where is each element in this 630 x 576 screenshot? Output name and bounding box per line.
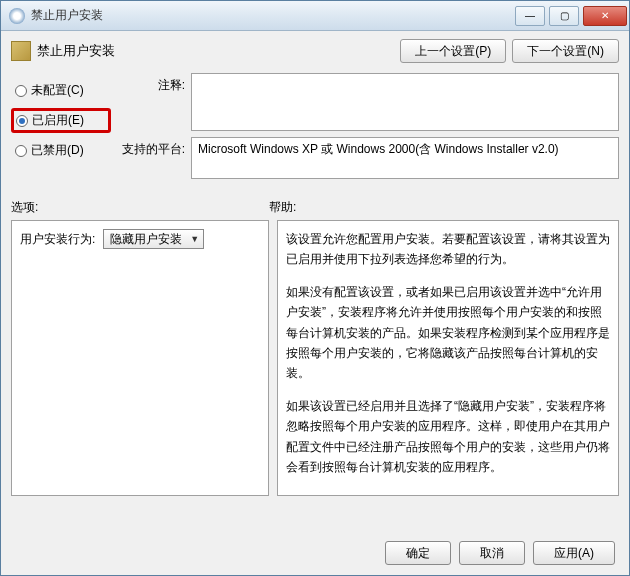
platform-textbox: Microsoft Windows XP 或 Windows 2000(含 Wi… (191, 137, 619, 179)
radio-label: 已启用(E) (32, 112, 84, 129)
options-label: 选项: (11, 199, 269, 216)
options-panel: 用户安装行为: 隐藏用户安装 ▼ (11, 220, 269, 496)
policy-icon (11, 41, 31, 61)
maximize-button[interactable]: ▢ (549, 6, 579, 26)
platform-label: 支持的平台: (121, 137, 191, 179)
platform-row: 支持的平台: Microsoft Windows XP 或 Windows 20… (121, 137, 619, 179)
help-paragraph: 如果该设置已经启用并且选择了“隐藏用户安装”，安装程序将忽略按照每个用户安装的应… (286, 396, 610, 478)
help-text: 该设置允许您配置用户安装。若要配置该设置，请将其设置为已启用并使用下拉列表选择您… (286, 229, 610, 477)
behavior-row: 用户安装行为: 隐藏用户安装 ▼ (20, 229, 260, 249)
behavior-select[interactable]: 隐藏用户安装 ▼ (103, 229, 204, 249)
radio-icon (15, 145, 27, 157)
help-paragraph: 该设置允许您配置用户安装。若要配置该设置，请将其设置为已启用并使用下拉列表选择您… (286, 229, 610, 270)
window-controls: — ▢ ✕ (513, 6, 629, 26)
state-radio-group: 未配置(C) 已启用(E) 已禁用(D) (11, 73, 111, 185)
dialog-buttons: 确定 取消 应用(A) (385, 541, 615, 565)
help-paragraph: 如果没有配置该设置，或者如果已启用该设置并选中“允许用户安装”，安装程序将允许并… (286, 282, 610, 384)
ok-button[interactable]: 确定 (385, 541, 451, 565)
details-column: 注释: 支持的平台: Microsoft Windows XP 或 Window… (121, 73, 619, 185)
radio-icon (15, 85, 27, 97)
comment-row: 注释: (121, 73, 619, 131)
help-label: 帮助: (269, 199, 296, 216)
section-labels: 选项: 帮助: (11, 199, 619, 216)
header-row: 禁止用户安装 上一个设置(P) 下一个设置(N) (11, 39, 619, 63)
close-button[interactable]: ✕ (583, 6, 627, 26)
previous-setting-button[interactable]: 上一个设置(P) (400, 39, 506, 63)
radio-label: 已禁用(D) (31, 142, 84, 159)
content-area: 禁止用户安装 上一个设置(P) 下一个设置(N) 未配置(C) 已启用(E) 已… (1, 31, 629, 575)
comment-textarea[interactable] (191, 73, 619, 131)
help-panel[interactable]: 该设置允许您配置用户安装。若要配置该设置，请将其设置为已启用并使用下拉列表选择您… (277, 220, 619, 496)
window-title: 禁止用户安装 (31, 7, 513, 24)
cancel-button[interactable]: 取消 (459, 541, 525, 565)
app-icon (9, 8, 25, 24)
minimize-button[interactable]: — (515, 6, 545, 26)
config-area: 未配置(C) 已启用(E) 已禁用(D) 注释: 支持的平台: (11, 73, 619, 185)
radio-disabled[interactable]: 已禁用(D) (11, 139, 111, 162)
dialog-window: 禁止用户安装 — ▢ ✕ 禁止用户安装 上一个设置(P) 下一个设置(N) 未配… (0, 0, 630, 576)
chevron-down-icon: ▼ (190, 234, 199, 244)
comment-label: 注释: (121, 73, 191, 131)
next-setting-button[interactable]: 下一个设置(N) (512, 39, 619, 63)
radio-enabled[interactable]: 已启用(E) (11, 108, 111, 133)
page-title: 禁止用户安装 (37, 42, 394, 60)
radio-label: 未配置(C) (31, 82, 84, 99)
select-value: 隐藏用户安装 (110, 231, 182, 248)
apply-button[interactable]: 应用(A) (533, 541, 615, 565)
radio-not-configured[interactable]: 未配置(C) (11, 79, 111, 102)
radio-icon (16, 115, 28, 127)
behavior-label: 用户安装行为: (20, 231, 95, 248)
platform-value: Microsoft Windows XP 或 Windows 2000(含 Wi… (198, 142, 559, 156)
titlebar[interactable]: 禁止用户安装 — ▢ ✕ (1, 1, 629, 31)
panels-row: 用户安装行为: 隐藏用户安装 ▼ 该设置允许您配置用户安装。若要配置该设置，请将… (11, 220, 619, 496)
